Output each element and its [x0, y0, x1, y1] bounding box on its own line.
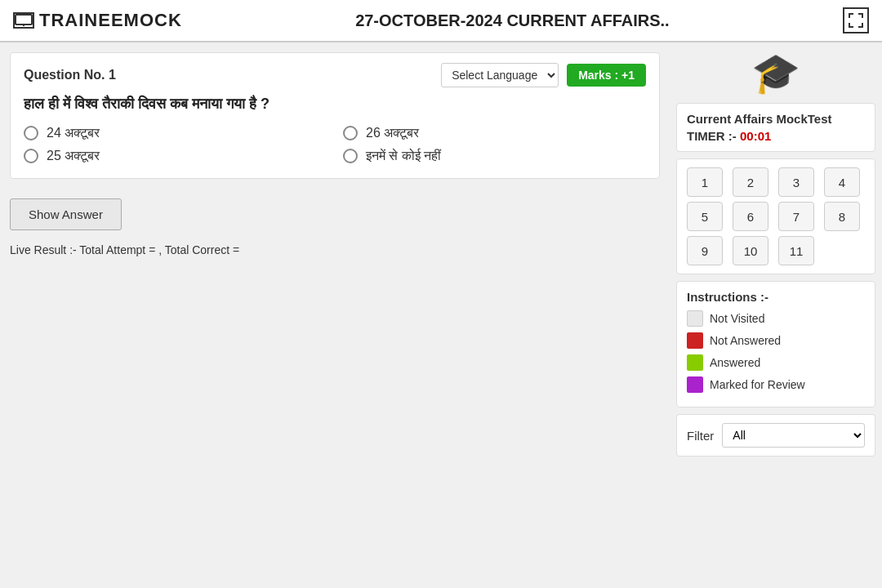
- option-radio-1[interactable]: [24, 126, 38, 140]
- legend-answered: Answered: [687, 354, 865, 371]
- q-btn-10[interactable]: 10: [733, 236, 768, 265]
- q-btn-9[interactable]: 9: [687, 236, 723, 265]
- timer-row: TIMER :- 00:01: [687, 129, 865, 143]
- question-text: हाल ही में विश्व तैराकी दिवस कब मनाया गय…: [24, 96, 646, 113]
- legend-not-answered-label: Not Answered: [710, 334, 781, 347]
- question-grid: 1 2 3 4 5 6 7 8 9 10 11: [676, 158, 875, 274]
- option-1[interactable]: 24 अक्टूबर: [24, 126, 327, 140]
- question-box: Question No. 1 Select Language Marks : +…: [10, 52, 660, 179]
- monitor-icon: [13, 12, 34, 29]
- option-2[interactable]: 26 अक्टूबर: [343, 126, 646, 140]
- legend-answered-icon: [687, 354, 703, 371]
- options-grid: 24 अक्टूबर 26 अक्टूबर 25 अक्टूबर इनमें स…: [24, 126, 646, 163]
- legend-not-visited-label: Not Visited: [710, 312, 764, 325]
- option-label-1: 24 अक्टूबर: [47, 126, 100, 140]
- q-grid: 1 2 3 4 5 6 7 8 9 10 11: [687, 167, 865, 265]
- option-4[interactable]: इनमें से कोई नहीं: [343, 149, 646, 163]
- left-panel: Question No. 1 Select Language Marks : +…: [0, 42, 670, 588]
- question-header: Question No. 1 Select Language Marks : +…: [24, 63, 646, 87]
- q-btn-2[interactable]: 2: [733, 167, 768, 197]
- option-label-2: 26 अक्टूबर: [366, 126, 419, 140]
- header-title: 27-OCTOBER-2024 CURRENT AFFAIRS..: [355, 11, 670, 30]
- option-radio-2[interactable]: [343, 126, 358, 140]
- main-layout: Question No. 1 Select Language Marks : +…: [0, 42, 882, 588]
- option-label-3: 25 अक्टूबर: [47, 149, 100, 163]
- legend-marked-review-label: Marked for Review: [710, 378, 805, 391]
- mocktest-info: Current Affairs MockTest TIMER :- 00:01: [676, 103, 875, 152]
- select-language[interactable]: Select Language: [441, 63, 559, 87]
- right-panel: 🎓 Current Affairs MockTest TIMER :- 00:0…: [670, 42, 882, 588]
- legend-not-visited: Not Visited: [687, 310, 865, 327]
- timer-value: 00:01: [740, 129, 771, 143]
- option-label-4: इनमें से कोई नहीं: [366, 149, 441, 163]
- legend-marked-review: Marked for Review: [687, 376, 865, 393]
- q-btn-3[interactable]: 3: [778, 167, 814, 197]
- svg-rect-0: [16, 15, 32, 24]
- option-radio-3[interactable]: [24, 149, 38, 163]
- show-answer-button[interactable]: Show Answer: [10, 198, 122, 230]
- filter-box: Filter All: [676, 414, 875, 457]
- q-btn-5[interactable]: 5: [687, 202, 723, 231]
- question-number: Question No. 1: [24, 68, 116, 82]
- live-result: Live Result :- Total Attempt = , Total C…: [10, 243, 660, 256]
- option-radio-4[interactable]: [343, 149, 358, 163]
- logo-area: TRAINEEMOCK: [13, 10, 182, 31]
- instructions-title: Instructions :-: [687, 290, 865, 304]
- q-btn-11[interactable]: 11: [778, 236, 814, 265]
- avatar-area: 🎓: [670, 42, 882, 103]
- question-header-right: Select Language Marks : +1: [441, 63, 646, 87]
- q-btn-7[interactable]: 7: [778, 202, 814, 231]
- q-btn-1[interactable]: 1: [687, 167, 723, 197]
- timer-label: TIMER :-: [687, 129, 737, 143]
- instructions-box: Instructions :- Not Visited Not Answered…: [676, 281, 875, 408]
- filter-label: Filter: [687, 429, 714, 443]
- q-btn-8[interactable]: 8: [824, 202, 860, 231]
- legend-answered-label: Answered: [710, 356, 760, 369]
- legend-marked-review-icon: [687, 376, 703, 393]
- filter-select[interactable]: All: [722, 423, 865, 448]
- option-3[interactable]: 25 अक्टूबर: [24, 149, 327, 163]
- marks-badge: Marks : +1: [567, 64, 646, 87]
- legend-not-answered-icon: [687, 332, 703, 349]
- logo-text: TRAINEEMOCK: [39, 10, 182, 31]
- q-btn-6[interactable]: 6: [733, 202, 768, 231]
- fullscreen-button[interactable]: [843, 7, 869, 33]
- legend-not-visited-icon: [687, 310, 703, 327]
- mocktest-title: Current Affairs MockTest: [687, 112, 865, 126]
- q-btn-4[interactable]: 4: [824, 167, 860, 197]
- header: TRAINEEMOCK 27-OCTOBER-2024 CURRENT AFFA…: [0, 0, 882, 42]
- avatar-icon: 🎓: [751, 51, 800, 96]
- legend-not-answered: Not Answered: [687, 332, 865, 349]
